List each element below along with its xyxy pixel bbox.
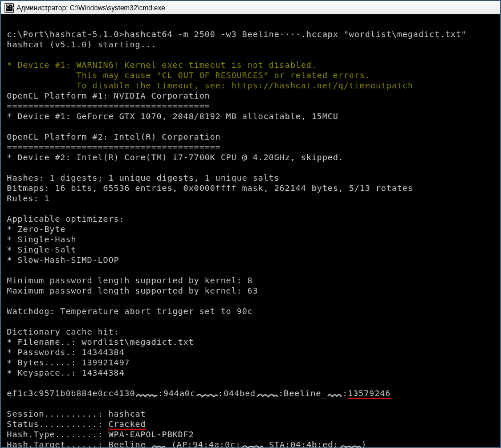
line: * Device #2: Intel(R) Core(TM) i7-7700K … bbox=[7, 153, 344, 162]
line: Minimum password length supported by ker… bbox=[7, 276, 252, 285]
line: * Bytes.....: 139921497 bbox=[7, 358, 130, 367]
warn-line: This may cause "CL_OUT_OF_RESOURCES" or … bbox=[7, 71, 370, 80]
line: Hashes: 1 digests; 1 unique digests, 1 u… bbox=[7, 173, 279, 182]
redacted-icon bbox=[327, 390, 343, 397]
target-suffix: ) bbox=[361, 440, 366, 448]
line: Bitmaps: 16 bits, 65536 entries, 0x0000f… bbox=[7, 184, 413, 193]
cmd-icon: C:\ bbox=[5, 3, 14, 13]
status-line: Status...........: Cracked bbox=[7, 420, 146, 430]
ssid-fragment: :Beeline_ bbox=[278, 389, 326, 398]
status-value: Cracked bbox=[108, 420, 146, 430]
target-prefix: Hash.Target......: Beeline_ bbox=[7, 440, 151, 448]
redacted-icon bbox=[339, 442, 361, 448]
crack-line: ef1c3c9571b0b884e0cc4130:944a0c:044bed:B… bbox=[7, 389, 390, 398]
svg-text:C:\: C:\ bbox=[6, 5, 14, 10]
hash-target-line: Hash.Target......: Beeline_ (AP:94:4a:0c… bbox=[7, 440, 366, 448]
window-title: Администратор: C:\Windows\system32\cmd.e… bbox=[17, 4, 165, 12]
line: * Passwords.: 14344384 bbox=[7, 348, 124, 357]
line: ======================================== bbox=[7, 142, 221, 152]
warn-line: To disable the timeout, see: https://has… bbox=[7, 81, 413, 90]
redacted-icon bbox=[195, 390, 218, 397]
line: Applicable optimizers: bbox=[7, 214, 124, 223]
line: * Device #1: GeForce GTX 1070, 2048/8192… bbox=[7, 112, 339, 121]
line: Watchdog: Temperature abort trigger set … bbox=[7, 307, 252, 316]
warn-line: * Device #1: WARNING! Kernel exec timeou… bbox=[7, 60, 317, 70]
line: Dictionary cache hit: bbox=[7, 327, 119, 336]
cracked-password: 13579246 bbox=[348, 389, 390, 399]
cmd-window: C:\ Администратор: C:\Windows\system32\c… bbox=[1, 1, 500, 447]
line: * Filename..: wordlist\megadict.txt bbox=[7, 337, 194, 347]
terminal-output[interactable]: c:\Port\hashcat-5.1.0>hashcat64 -m 2500 … bbox=[1, 14, 500, 447]
line: * Keyspace..: 14344384 bbox=[7, 368, 124, 377]
prompt-line: c:\Port\hashcat-5.1.0>hashcat64 -m 2500 … bbox=[7, 30, 467, 39]
line: Hash.Type........: WPA-EAPOL-PBKDF2 bbox=[7, 430, 194, 439]
line: Maximum password length supported by ker… bbox=[7, 286, 258, 295]
line: * Single-Salt bbox=[7, 245, 76, 254]
line: Rules: 1 bbox=[7, 194, 50, 203]
line: * Slow-Hash-SIMD-LOOP bbox=[7, 255, 119, 264]
mac-fragment: :944a0c bbox=[158, 389, 195, 398]
line: OpenCL Platform #2: Intel(R) Corporation bbox=[7, 132, 221, 141]
redacted-icon bbox=[135, 390, 158, 397]
ap-mac: (AP:94:4a:0c: bbox=[166, 440, 241, 448]
status-label: Status...........: bbox=[7, 420, 108, 429]
separator: : bbox=[343, 389, 348, 398]
line: ====================================== bbox=[7, 101, 210, 111]
redacted-icon bbox=[151, 442, 166, 448]
line: * Single-Hash bbox=[7, 235, 76, 244]
titlebar[interactable]: C:\ Администратор: C:\Windows\system32\c… bbox=[1, 1, 500, 15]
line: Session..........: hashcat bbox=[7, 409, 146, 418]
sta-mac: STA:04:4b:ed: bbox=[264, 440, 339, 448]
line: hashcat (v5.1.0) starting... bbox=[7, 40, 157, 49]
line: OpenCL Platform #1: NVIDIA Corporation bbox=[7, 91, 210, 100]
mac-fragment: :044bed bbox=[218, 389, 256, 398]
hash-fragment: ef1c3c9571b0b884e0cc4130 bbox=[7, 389, 135, 398]
redacted-icon bbox=[255, 390, 278, 397]
line: * Zero-Byte bbox=[7, 225, 66, 234]
redacted-icon bbox=[241, 442, 264, 448]
